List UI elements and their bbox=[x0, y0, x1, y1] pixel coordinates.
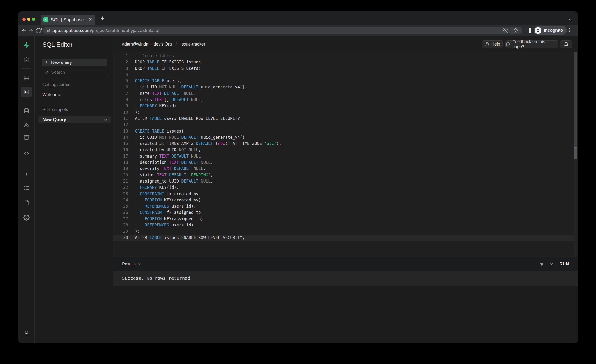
code-line[interactable]: 24 FOREIGN KEY(created_by) bbox=[113, 197, 574, 203]
line-number: 11 bbox=[113, 115, 128, 122]
minimize-window-button[interactable] bbox=[27, 18, 30, 21]
breadcrumb-org[interactable]: adam@windmill.dev's Org bbox=[122, 42, 172, 46]
tab-close-icon[interactable]: × bbox=[88, 16, 93, 22]
incognito-label: Incognito bbox=[544, 28, 563, 33]
api-code-icon[interactable] bbox=[23, 150, 30, 156]
code-line[interactable]: 8 roles TEXT[] DEFAULT NULL, bbox=[113, 97, 574, 103]
section-label: Getting started bbox=[42, 82, 113, 88]
code-line[interactable]: 25 REFERENCES users(id), bbox=[113, 203, 574, 209]
bookmark-star-icon[interactable] bbox=[513, 28, 518, 33]
code-line[interactable]: 18 description TEXT DEFAULT NULL, bbox=[113, 159, 574, 165]
code-line[interactable]: 20 status TEXT DEFAULT 'PENDING', bbox=[113, 172, 574, 178]
close-window-button[interactable] bbox=[22, 18, 25, 21]
auth-users-icon[interactable] bbox=[23, 122, 30, 128]
help-button[interactable]: Help bbox=[482, 40, 503, 48]
sql-code-editor[interactable]: 1-- Create tables2DROP TABLE IF EXISTS i… bbox=[113, 52, 578, 257]
home-icon[interactable] bbox=[23, 57, 30, 63]
code-line[interactable]: 27 FOREIGN KEY(assigned_to) bbox=[113, 216, 574, 222]
code-text: created_by UUID NOT NULL, bbox=[135, 147, 201, 153]
line-number: 27 bbox=[113, 216, 128, 222]
new-tab-button[interactable]: + bbox=[98, 15, 107, 23]
scrollbar-thumb[interactable] bbox=[574, 52, 577, 147]
sidebar-item-label: New Query bbox=[42, 117, 66, 122]
line-number: 29 bbox=[113, 228, 128, 234]
reports-chart-icon[interactable] bbox=[23, 171, 30, 177]
code-line[interactable]: 3DROP TABLE IF EXISTS users; bbox=[113, 65, 574, 72]
code-text: REFERENCES users(id) bbox=[135, 222, 194, 228]
sql-editor-icon[interactable] bbox=[21, 87, 32, 97]
line-number: 23 bbox=[113, 191, 128, 197]
code-line[interactable]: 21 assigned_to UUID DEFAULT NULL, bbox=[113, 178, 574, 184]
address-bar[interactable]: app.supabase.com/project/azahtnhqohyjerz… bbox=[43, 27, 522, 34]
code-line[interactable]: 9 PRIMARY KEY(id) bbox=[113, 103, 574, 109]
side-panel-icon[interactable] bbox=[526, 28, 531, 33]
forward-button[interactable] bbox=[28, 27, 34, 34]
tab-strip: SQL | Supabase × + bbox=[18, 11, 578, 25]
lock-icon bbox=[47, 28, 51, 32]
supabase-favicon-icon bbox=[43, 17, 48, 22]
breadcrumb-project[interactable]: issue-tracker bbox=[181, 42, 205, 46]
code-line[interactable]: 6 id UUID NOT NULL DEFAULT uuid_generate… bbox=[113, 84, 574, 90]
tab-search-chevron-icon[interactable] bbox=[569, 17, 571, 21]
code-line[interactable]: 22 PRIMARY KEY(id), bbox=[113, 184, 574, 190]
sidebar-item[interactable]: New Query bbox=[38, 116, 111, 124]
code-line[interactable]: 12 bbox=[113, 122, 574, 128]
code-line[interactable]: 28 REFERENCES users(id) bbox=[113, 222, 574, 228]
code-text: CONSTRAINT fk_created_by bbox=[135, 191, 198, 197]
account-user-icon[interactable] bbox=[23, 330, 30, 336]
code-line[interactable]: 11ALTER TABLE users ENABLE ROW LEVEL SEC… bbox=[113, 115, 574, 122]
code-text: summary TEXT DEFAULT NULL, bbox=[135, 153, 203, 159]
run-options-chevron-icon[interactable] bbox=[550, 262, 553, 265]
eye-off-icon[interactable] bbox=[503, 28, 508, 33]
feedback-button[interactable]: Feedback on this page? bbox=[505, 40, 558, 48]
favorite-heart-icon[interactable]: ♥ bbox=[540, 261, 544, 267]
zoom-window-button[interactable] bbox=[32, 18, 35, 21]
results-message: Success. No rows returned bbox=[122, 271, 190, 286]
settings-gear-icon[interactable] bbox=[23, 215, 30, 221]
line-number: 17 bbox=[113, 153, 128, 159]
database-icon[interactable] bbox=[23, 108, 30, 114]
code-line[interactable]: 26 CONSTRAINT fk_assigned_to bbox=[113, 209, 574, 215]
code-line[interactable]: 1-- Create tables bbox=[113, 53, 574, 59]
new-query-button-label: New query bbox=[51, 60, 72, 65]
scrollbar-thumb-secondary[interactable] bbox=[574, 148, 577, 159]
chat-bubble-icon bbox=[506, 42, 510, 46]
storage-icon[interactable] bbox=[23, 134, 30, 141]
code-line[interactable]: 13CREATE TABLE issues( bbox=[113, 128, 574, 134]
code-text: assigned_to UUID DEFAULT NULL, bbox=[135, 178, 213, 184]
plus-icon: + bbox=[45, 59, 48, 65]
code-line[interactable]: 2DROP TABLE IF EXISTS issues; bbox=[113, 59, 574, 65]
logs-list-icon[interactable] bbox=[23, 185, 30, 191]
browser-menu-icon[interactable] bbox=[569, 28, 570, 32]
code-line[interactable]: 10); bbox=[113, 109, 574, 115]
code-text: REFERENCES users(id), bbox=[135, 203, 196, 209]
code-line[interactable]: 4 bbox=[113, 72, 574, 78]
search-input[interactable]: Search bbox=[42, 69, 107, 76]
code-line[interactable]: 23 CONSTRAINT fk_created_by bbox=[113, 191, 574, 197]
supabase-logo[interactable] bbox=[22, 41, 30, 49]
code-line[interactable]: 19 severity TEXT DEFAULT NULL, bbox=[113, 165, 574, 172]
notifications-button[interactable] bbox=[560, 40, 572, 48]
sidebar-item[interactable]: Welcome bbox=[38, 91, 111, 98]
reload-button[interactable] bbox=[35, 27, 42, 34]
new-query-button[interactable]: + New query bbox=[42, 59, 107, 66]
code-line[interactable]: 16 created_by UUID NOT NULL, bbox=[113, 147, 574, 153]
feedback-button-label: Feedback on this page? bbox=[512, 39, 558, 49]
code-line[interactable]: 14 id UUID NOT NULL DEFAULT uuid_generat… bbox=[113, 134, 574, 141]
docs-file-icon[interactable] bbox=[23, 200, 30, 206]
run-button[interactable]: RUN bbox=[559, 262, 569, 267]
browser-tab[interactable]: SQL | Supabase × bbox=[41, 15, 95, 25]
code-line[interactable]: 5CREATE TABLE users( bbox=[113, 78, 574, 84]
code-line[interactable]: 30ALTER TABLE issues ENABLE ROW LEVEL SE… bbox=[113, 235, 574, 241]
code-text: id UUID NOT NULL DEFAULT uuid_generate_v… bbox=[135, 84, 247, 90]
results-dropdown[interactable]: Results bbox=[122, 257, 141, 271]
code-line[interactable]: 7 name TEXT DEFAULT NULL, bbox=[113, 90, 574, 97]
code-line[interactable]: 17 summary TEXT DEFAULT NULL, bbox=[113, 153, 574, 159]
back-button[interactable] bbox=[21, 27, 27, 34]
code-line[interactable]: 15 created_at TIMESTAMPTZ DEFAULT (now()… bbox=[113, 141, 574, 147]
editor-scrollbar[interactable] bbox=[574, 52, 577, 257]
table-editor-icon[interactable] bbox=[23, 75, 30, 81]
code-text: created_at TIMESTAMPTZ DEFAULT (now() AT… bbox=[135, 141, 281, 147]
code-line[interactable]: 29); bbox=[113, 228, 574, 234]
code-text: name TEXT DEFAULT NULL, bbox=[135, 90, 196, 97]
